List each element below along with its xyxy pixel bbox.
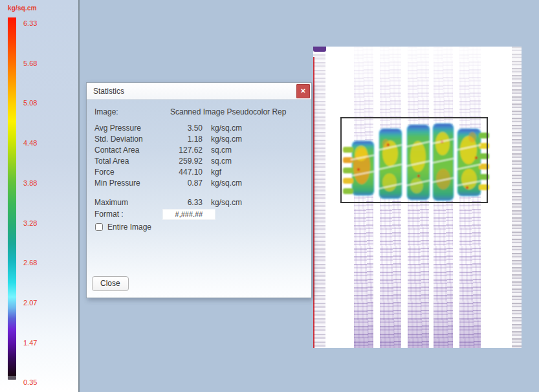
stat-unit: kg/sq.cm (211, 124, 242, 133)
stat-label: Total Area (94, 157, 162, 166)
stat-value: 259.92 (162, 157, 203, 166)
stat-unit: sq.cm (211, 146, 232, 155)
stat-row: Min Pressure0.87kg/sq.cm (94, 177, 303, 188)
stat-label: Maximum (94, 198, 162, 207)
legend-tick: 5.68 (23, 60, 49, 67)
statistics-dialog: Statistics ✕ Image: Scanned Image Pseudo… (86, 82, 312, 298)
entire-image-checkbox[interactable] (95, 223, 103, 231)
stat-row: Maximum6.33kg/sq.cm (94, 197, 303, 208)
stat-row: Force447.10kgf (94, 166, 303, 177)
legend-unit-label: kg/sq.cm (8, 5, 37, 12)
legend-tick: 5.08 (23, 99, 49, 107)
image-label: Image: (94, 107, 162, 116)
stat-unit: kg/sq.cm (211, 198, 242, 207)
pseudocolor-scale-bar (8, 17, 16, 376)
image-value: Scanned Image Pseudocolor Rep (170, 107, 286, 116)
stat-row: Avg Pressure3.50kg/sq.cm (94, 122, 303, 133)
pseudocolor-scale-bar-end (8, 376, 16, 380)
stat-value: 3.50 (162, 124, 203, 133)
stat-value: 6.33 (162, 198, 203, 207)
legend-tick: 3.88 (23, 179, 49, 187)
format-label: Format : (94, 210, 162, 219)
stats-spacer (94, 188, 303, 197)
legend-tick: 0.35 (23, 378, 49, 386)
stat-unit: sq.cm (211, 157, 232, 166)
format-row: Format : (94, 208, 303, 220)
stat-unit: kg/sq.cm (211, 179, 242, 188)
dialog-title: Statistics (93, 87, 124, 96)
format-input[interactable] (162, 209, 215, 220)
stat-label: Force (94, 168, 162, 177)
legend-tick: 3.28 (23, 219, 49, 227)
stats-rows: Avg Pressure3.50kg/sq.cmStd. Deviation1.… (94, 122, 303, 208)
tire-scan-image (313, 47, 522, 348)
dialog-title-bar[interactable]: Statistics ✕ (87, 83, 311, 100)
stat-value: 0.87 (162, 179, 203, 188)
stat-value: 447.10 (162, 168, 203, 177)
stat-label: Std. Deviation (94, 135, 162, 144)
selection-rectangle[interactable] (340, 117, 488, 203)
close-icon[interactable]: ✕ (296, 84, 310, 98)
stat-value: 127.62 (162, 146, 203, 155)
legend-tick: 4.48 (23, 139, 49, 147)
stat-label: Min Pressure (94, 179, 162, 188)
entire-image-label: Entire Image (107, 223, 151, 232)
stat-row: Std. Deviation1.18kg/sq.cm (94, 133, 303, 144)
legend-sidebar: kg/sq.cm 6.335.685.084.483.883.282.682.0… (0, 0, 80, 392)
legend-tick: 2.68 (23, 259, 49, 267)
stat-label: Contact Area (94, 146, 162, 155)
stat-unit: kg/sq.cm (211, 135, 242, 144)
stat-label: Avg Pressure (94, 124, 162, 133)
entire-image-row: Entire Image (94, 222, 303, 232)
stat-row: Contact Area127.62sq.cm (94, 144, 303, 155)
dialog-body: Image: Scanned Image Pseudocolor Rep Avg… (87, 100, 311, 298)
image-row: Image: Scanned Image Pseudocolor Rep (94, 106, 303, 117)
stat-unit: kgf (211, 168, 221, 177)
close-button[interactable]: Close (92, 276, 129, 291)
legend-tick: 6.33 (23, 19, 49, 27)
stat-value: 1.18 (162, 135, 203, 144)
stat-row: Total Area259.92sq.cm (94, 155, 303, 166)
legend-tick: 1.47 (23, 339, 49, 347)
legend-tick: 2.07 (23, 299, 49, 307)
